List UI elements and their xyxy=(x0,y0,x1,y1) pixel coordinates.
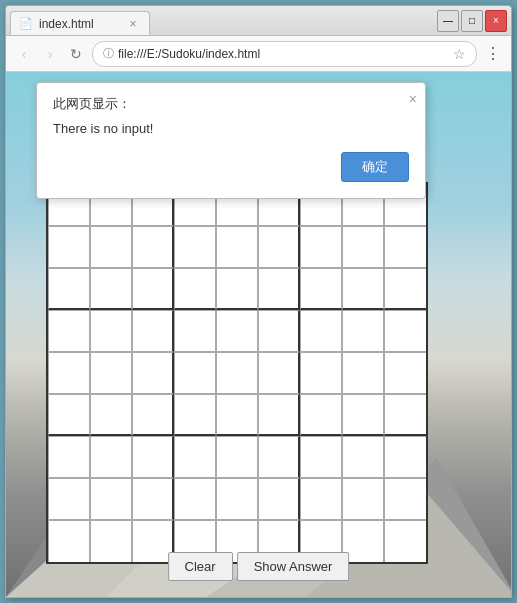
sudoku-cell[interactable] xyxy=(132,310,174,352)
sudoku-cell[interactable] xyxy=(384,520,426,562)
sudoku-cell[interactable] xyxy=(174,436,216,478)
refresh-button[interactable]: ↻ xyxy=(66,44,86,64)
window-controls: — □ × xyxy=(437,10,507,32)
tab-label: index.html xyxy=(39,17,94,31)
sudoku-cell[interactable] xyxy=(384,352,426,394)
sudoku-cell[interactable] xyxy=(132,436,174,478)
forward-button[interactable]: › xyxy=(40,44,60,64)
sudoku-cell[interactable] xyxy=(384,436,426,478)
sudoku-cell[interactable] xyxy=(90,352,132,394)
sudoku-cell[interactable] xyxy=(132,268,174,310)
browser-menu-button[interactable]: ⋮ xyxy=(483,44,503,64)
alert-dialog: 此网页显示： There is no input! × 确定 xyxy=(36,82,426,199)
sudoku-cell[interactable] xyxy=(258,268,300,310)
sudoku-cell[interactable] xyxy=(342,394,384,436)
dialog-close-icon[interactable]: × xyxy=(409,91,417,107)
sudoku-cell[interactable] xyxy=(384,268,426,310)
browser-window: 📄 index.html × — □ × ‹ › ↻ ⓘ file:///E:/… xyxy=(5,5,512,598)
sudoku-cell[interactable] xyxy=(90,520,132,562)
sudoku-cell[interactable] xyxy=(48,520,90,562)
sudoku-cell[interactable] xyxy=(300,268,342,310)
sudoku-cell[interactable] xyxy=(216,226,258,268)
url-text: file:///E:/Sudoku/index.html xyxy=(118,47,449,61)
sudoku-cell[interactable] xyxy=(174,394,216,436)
sudoku-cell[interactable] xyxy=(90,394,132,436)
page-content: 此网页显示： There is no input! × 确定 Clear Sho… xyxy=(6,72,511,597)
dialog-ok-button[interactable]: 确定 xyxy=(341,152,409,182)
sudoku-cell[interactable] xyxy=(300,478,342,520)
sudoku-cell[interactable] xyxy=(300,226,342,268)
sudoku-cell[interactable] xyxy=(258,478,300,520)
sudoku-cell[interactable] xyxy=(216,478,258,520)
tab-area: 📄 index.html × xyxy=(10,6,433,35)
sudoku-board xyxy=(46,182,428,564)
dialog-title: 此网页显示： xyxy=(53,95,409,113)
sudoku-cell[interactable] xyxy=(132,478,174,520)
sudoku-cell[interactable] xyxy=(300,352,342,394)
tab-close-button[interactable]: × xyxy=(125,16,141,32)
sudoku-cell[interactable] xyxy=(258,226,300,268)
bottom-buttons: Clear Show Answer xyxy=(168,552,350,581)
sudoku-cell[interactable] xyxy=(258,394,300,436)
show-answer-button[interactable]: Show Answer xyxy=(237,552,350,581)
sudoku-cell[interactable] xyxy=(174,268,216,310)
sudoku-cell[interactable] xyxy=(48,310,90,352)
maximize-button[interactable]: □ xyxy=(461,10,483,32)
sudoku-cell[interactable] xyxy=(48,352,90,394)
sudoku-cell[interactable] xyxy=(384,310,426,352)
back-button[interactable]: ‹ xyxy=(14,44,34,64)
active-tab[interactable]: 📄 index.html × xyxy=(10,11,150,35)
sudoku-cell[interactable] xyxy=(90,478,132,520)
clear-button[interactable]: Clear xyxy=(168,552,233,581)
sudoku-cell[interactable] xyxy=(132,352,174,394)
sudoku-cell[interactable] xyxy=(300,394,342,436)
url-box[interactable]: ⓘ file:///E:/Sudoku/index.html ☆ xyxy=(92,41,477,67)
bookmark-icon[interactable]: ☆ xyxy=(453,46,466,62)
sudoku-cell[interactable] xyxy=(48,478,90,520)
sudoku-cell[interactable] xyxy=(258,310,300,352)
tab-file-icon: 📄 xyxy=(19,17,33,30)
sudoku-cell[interactable] xyxy=(384,394,426,436)
sudoku-cell[interactable] xyxy=(132,394,174,436)
sudoku-cell[interactable] xyxy=(48,268,90,310)
sudoku-cell[interactable] xyxy=(174,478,216,520)
sudoku-cell[interactable] xyxy=(216,436,258,478)
sudoku-cell[interactable] xyxy=(216,352,258,394)
close-button[interactable]: × xyxy=(485,10,507,32)
sudoku-cell[interactable] xyxy=(216,310,258,352)
sudoku-cell[interactable] xyxy=(90,436,132,478)
sudoku-cell[interactable] xyxy=(174,352,216,394)
sudoku-cell[interactable] xyxy=(384,226,426,268)
sudoku-cell[interactable] xyxy=(300,436,342,478)
sudoku-container xyxy=(46,182,428,564)
sudoku-cell[interactable] xyxy=(48,394,90,436)
sudoku-cell[interactable] xyxy=(342,436,384,478)
sudoku-cell[interactable] xyxy=(216,394,258,436)
sudoku-cell[interactable] xyxy=(342,310,384,352)
sudoku-cell[interactable] xyxy=(174,310,216,352)
sudoku-cell[interactable] xyxy=(48,226,90,268)
address-bar: ‹ › ↻ ⓘ file:///E:/Sudoku/index.html ☆ ⋮ xyxy=(6,36,511,72)
sudoku-cell[interactable] xyxy=(342,478,384,520)
minimize-button[interactable]: — xyxy=(437,10,459,32)
sudoku-cell[interactable] xyxy=(48,436,90,478)
dialog-message: There is no input! xyxy=(53,121,409,136)
sudoku-cell[interactable] xyxy=(258,436,300,478)
sudoku-cell[interactable] xyxy=(300,310,342,352)
url-lock-icon: ⓘ xyxy=(103,46,114,61)
sudoku-cell[interactable] xyxy=(258,352,300,394)
sudoku-cell[interactable] xyxy=(174,226,216,268)
title-bar: 📄 index.html × — □ × xyxy=(6,6,511,36)
sudoku-cell[interactable] xyxy=(132,226,174,268)
sudoku-cell[interactable] xyxy=(90,226,132,268)
sudoku-cell[interactable] xyxy=(342,226,384,268)
sudoku-cell[interactable] xyxy=(384,478,426,520)
sudoku-cell[interactable] xyxy=(90,310,132,352)
sudoku-cell[interactable] xyxy=(90,268,132,310)
sudoku-cell[interactable] xyxy=(216,268,258,310)
sudoku-cell[interactable] xyxy=(342,352,384,394)
sudoku-cell[interactable] xyxy=(342,268,384,310)
